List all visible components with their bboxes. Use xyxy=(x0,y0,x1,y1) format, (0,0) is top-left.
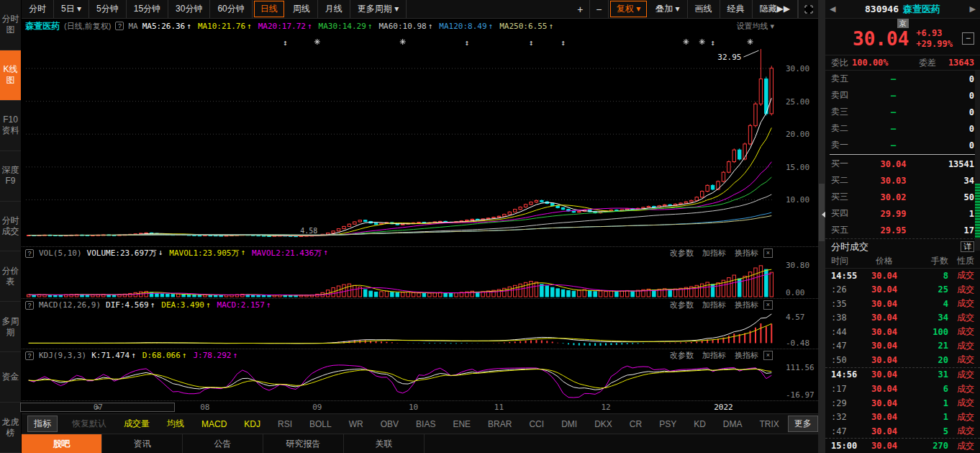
chart-tool-button[interactable]: 复权 ▾ xyxy=(610,1,647,17)
sidebar-item[interactable]: 龙虎榜 xyxy=(0,403,21,453)
indicator-item[interactable]: BIAS xyxy=(407,418,444,430)
indicator-item[interactable]: OBV xyxy=(372,418,407,430)
tick-row[interactable]: :17 30.04 6 成交 xyxy=(825,382,980,396)
period-button[interactable]: 5分钟 xyxy=(89,0,127,18)
prev-stock-icon[interactable]: ◀ xyxy=(830,4,835,14)
indicator-item[interactable]: ENE xyxy=(444,418,479,430)
macd-chart[interactable]: 4.57-0.48 xyxy=(22,311,818,349)
indicator-item[interactable]: 恢复默认 xyxy=(63,417,115,431)
panel-link[interactable]: 加指标 xyxy=(702,248,726,259)
bottom-tab[interactable]: 股吧 xyxy=(22,434,102,453)
indicator-item[interactable]: PSY xyxy=(650,418,685,430)
indicator-item[interactable]: 成交量 xyxy=(115,417,158,431)
tick-row[interactable]: :47 30.04 5 成交 xyxy=(825,424,980,439)
help-icon[interactable]: ? xyxy=(25,351,34,360)
period-button[interactable]: 30分钟 xyxy=(168,0,210,18)
main-candlestick-chart[interactable]: 10.0015.0020.0025.0030.00↕↕↕↕↕4.5832.95 xyxy=(22,33,818,246)
sell-level-row[interactable]: 卖一 — 0 xyxy=(825,137,980,153)
indicator-item[interactable]: DMA xyxy=(714,418,751,430)
indicator-item[interactable]: WR xyxy=(340,418,372,430)
sidebar-item[interactable]: 分时图 xyxy=(0,0,21,50)
quote-scrollbar[interactable] xyxy=(975,71,980,251)
close-icon[interactable]: × xyxy=(763,300,773,310)
kdj-chart[interactable]: 111.56-16.97 xyxy=(22,362,818,400)
indicator-item[interactable]: DKX xyxy=(586,418,621,430)
tick-row[interactable]: 15:00 30.04 270 成交 xyxy=(825,438,980,453)
chart-tool-button[interactable]: − xyxy=(590,0,609,18)
panel-link[interactable]: 换指标 xyxy=(735,248,758,259)
next-stock-icon[interactable]: ▶ xyxy=(970,4,976,14)
tick-detail-button[interactable]: 详 xyxy=(961,241,974,252)
period-button[interactable]: 更多周期 ▾ xyxy=(350,0,407,18)
indicator-item[interactable]: DMI xyxy=(553,418,586,430)
fullscreen-icon[interactable] xyxy=(798,0,818,18)
panel-link[interactable]: 换指标 xyxy=(735,350,758,361)
close-icon[interactable]: × xyxy=(763,248,773,258)
sell-level-row[interactable]: 卖四 — 0 xyxy=(825,87,980,104)
tick-row[interactable]: :29 30.04 1 成交 xyxy=(825,396,980,411)
tick-row[interactable]: :47 30.04 21 成交 xyxy=(825,339,980,354)
help-icon[interactable]: ? xyxy=(25,249,34,258)
panel-link[interactable]: 改参数 xyxy=(670,300,694,310)
buy-level-row[interactable]: 买三 30.02 50 xyxy=(825,189,980,205)
buy-level-row[interactable]: 买五 29.95 17 xyxy=(825,222,980,238)
tick-row[interactable]: :26 30.04 25 成交 xyxy=(825,283,980,297)
indicator-item[interactable]: 指标 xyxy=(27,416,58,432)
period-button[interactable]: 分时 xyxy=(22,0,54,18)
panel-splitter[interactable] xyxy=(818,0,825,453)
help-icon[interactable]: ? xyxy=(25,301,34,310)
sidebar-item[interactable]: 分时成交 xyxy=(0,202,21,252)
tick-row[interactable]: 14:56 30.04 31 成交 xyxy=(825,367,980,382)
chart-tool-button[interactable]: + xyxy=(571,0,590,18)
tick-row[interactable]: :38 30.04 34 成交 xyxy=(825,311,980,326)
close-icon[interactable]: × xyxy=(763,351,773,360)
buy-level-row[interactable]: 买二 30.03 34 xyxy=(825,172,980,189)
indicator-item[interactable]: TRIX xyxy=(751,418,788,430)
buy-level-row[interactable]: 买一 30.04 13541 xyxy=(825,156,980,172)
indicator-item[interactable]: KDJ xyxy=(235,418,269,430)
scrollbar-thumb[interactable] xyxy=(975,184,980,238)
chart-tool-button[interactable]: 隐藏▶▶ xyxy=(753,0,798,18)
chart-tool-button[interactable]: 经典 xyxy=(720,0,753,18)
chart-tool-button[interactable]: 画线 xyxy=(688,0,720,18)
volume-chart[interactable]: 30.800.00 xyxy=(22,259,818,298)
sidebar-item[interactable]: 多周期 xyxy=(0,302,21,352)
bottom-tab[interactable]: 公告 xyxy=(183,434,263,453)
indicator-item[interactable]: MACD xyxy=(193,418,235,430)
tick-row[interactable]: :32 30.04 1 成交 xyxy=(825,410,980,424)
ma-settings-button[interactable]: 设置均线 ▾ xyxy=(736,21,815,32)
help-icon[interactable]: ? xyxy=(115,22,124,30)
panel-link[interactable]: 换指标 xyxy=(735,300,758,310)
tick-row[interactable]: :50 30.04 20 成交 xyxy=(825,353,980,367)
bottom-tab[interactable]: 研究报告 xyxy=(263,434,344,453)
tick-row[interactable]: 14:55 30.04 8 成交 xyxy=(825,269,980,283)
indicator-item[interactable]: BOLL xyxy=(301,418,340,430)
sidebar-item[interactable]: 分价表 xyxy=(0,251,21,302)
tick-row[interactable]: :35 30.04 4 成交 xyxy=(825,297,980,311)
period-button[interactable]: 周线 xyxy=(286,0,318,18)
indicator-item[interactable]: 均线 xyxy=(158,417,193,431)
panel-link[interactable]: 加指标 xyxy=(702,350,726,361)
period-button[interactable]: 15分钟 xyxy=(127,0,168,18)
panel-link[interactable]: 加指标 xyxy=(702,300,726,310)
indicator-item[interactable]: 更多 xyxy=(788,416,818,432)
sell-level-row[interactable]: 卖二 — 0 xyxy=(825,120,980,137)
sell-level-row[interactable]: 卖五 — 0 xyxy=(825,71,980,87)
sidebar-item[interactable]: 深度F9 xyxy=(0,151,21,202)
sell-level-row[interactable]: 卖三 — 0 xyxy=(825,104,980,120)
indicator-item[interactable]: CR xyxy=(621,418,650,430)
indicator-item[interactable]: CCI xyxy=(520,418,553,430)
bottom-tab[interactable]: 关联 xyxy=(344,434,425,453)
period-button[interactable]: 月线 xyxy=(318,0,350,18)
panel-link[interactable]: 改参数 xyxy=(670,350,694,361)
indicator-item[interactable]: KD xyxy=(685,418,714,430)
indicator-item[interactable]: RSI xyxy=(269,418,301,430)
period-button[interactable]: 60分钟 xyxy=(210,0,252,18)
sidebar-item[interactable]: F10资料 xyxy=(0,101,21,151)
minimize-button[interactable]: − xyxy=(962,32,974,45)
panel-link[interactable]: 改参数 xyxy=(670,248,694,259)
sidebar-item[interactable]: 资金 xyxy=(0,352,21,403)
period-button[interactable]: 日线 xyxy=(254,1,284,17)
buy-level-row[interactable]: 买四 29.99 1 xyxy=(825,205,980,222)
period-button[interactable]: 5日 ▾ xyxy=(54,0,89,18)
